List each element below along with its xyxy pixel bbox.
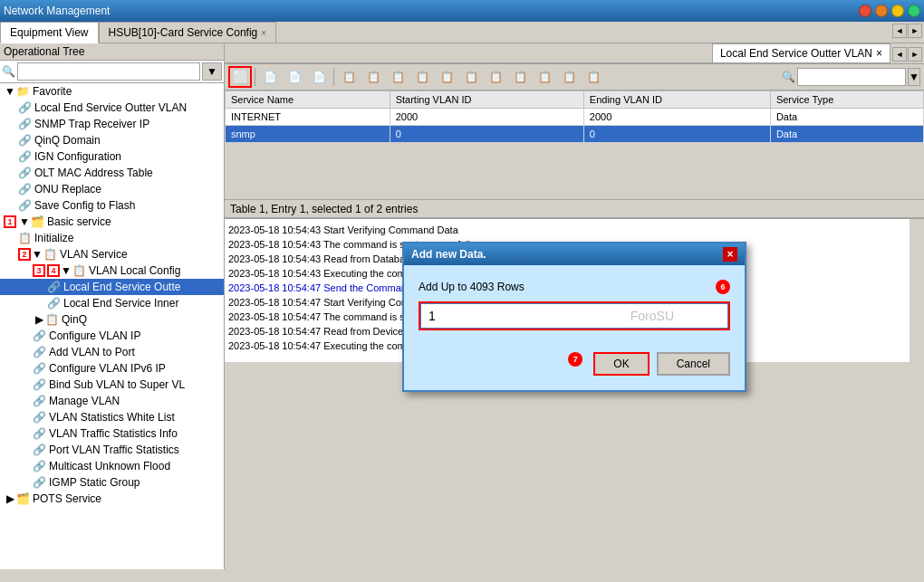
toolbar-btn-14[interactable]: 📋 <box>582 66 605 88</box>
add-data-dialog: Add new Data. × Add Up to 4093 Rows 6 Fo… <box>402 242 746 392</box>
window-titlebar: Network Management <box>0 0 924 22</box>
item-icon: 🔗 <box>33 411 46 424</box>
item-icon: 🔗 <box>33 444 46 456</box>
btn8-icon: 📋 <box>440 71 454 83</box>
tree-node-add-vlan[interactable]: 🔗 Add VLAN to Port <box>0 344 224 360</box>
expand-qinq[interactable]: ▶ <box>33 313 45 326</box>
tree-node-basic-service[interactable]: 1 ▼ 🗂️ Basic service <box>0 214 224 230</box>
tree-area: ▼ 📁 Favorite 🔗 Local End Service Outter … <box>0 83 224 569</box>
tree-node-bind-sub[interactable]: 🔗 Bind Sub VLAN to Super VL <box>0 377 224 393</box>
tab-card-close[interactable]: × <box>261 28 266 38</box>
tab-close[interactable]: × <box>876 47 882 60</box>
toolbar-btn-add[interactable]: ⬜ <box>228 66 252 88</box>
tree-node-vlan-service[interactable]: 2 ▼ 📋 VLAN Service <box>0 246 224 262</box>
minimize-ctrl[interactable] <box>875 5 888 17</box>
log-scrollbar[interactable] <box>910 219 924 362</box>
tab-nav-right[interactable]: ► <box>908 24 922 38</box>
tree-label-pots: POTS Service <box>33 492 101 505</box>
tree-node-manage-vlan[interactable]: 🔗 Manage VLAN <box>0 393 224 409</box>
tree-node-multicast[interactable]: 🔗 Multicast Unknown Flood <box>0 458 224 474</box>
main-tab-bar: Equipment View HSUB[10]-Card Service Con… <box>0 22 924 43</box>
tree-node-olt-mac[interactable]: 🔗 OLT MAC Address Table <box>0 165 224 181</box>
dialog-cancel-btn[interactable]: Cancel <box>657 352 730 376</box>
right-nav-right[interactable]: ► <box>908 47 922 62</box>
tree-node-igmp[interactable]: 🔗 IGMP Static Group <box>0 474 224 491</box>
toolbar-btn-6[interactable]: 📋 <box>386 66 409 88</box>
toolbar-btn-10[interactable]: 📋 <box>484 66 507 88</box>
tab-local-end-outter[interactable]: Local End Service Outter VLAN × <box>712 43 890 63</box>
table-row[interactable]: snmp 0 0 Data <box>226 126 924 143</box>
tree-node-ign[interactable]: 🔗 IGN Configuration <box>0 148 224 165</box>
tree-label: ONU Replace <box>34 183 101 196</box>
tree-node-local-inner[interactable]: 🔗 Local End Service Inner <box>0 295 224 311</box>
item-icon: 🔗 <box>33 395 46 407</box>
expand-vlan[interactable]: ▼ <box>31 248 43 261</box>
maximize-ctrl[interactable] <box>908 5 920 17</box>
tab-equipment-label: Equipment View <box>10 26 89 39</box>
col-ending-vlan: Ending VLAN ID <box>583 91 770 109</box>
toolbar-btn-9[interactable]: 📋 <box>459 66 483 88</box>
toolbar-btn-4[interactable]: 📋 <box>337 66 361 88</box>
tree-node-initialize[interactable]: 📋 Initialize <box>0 230 224 246</box>
dialog-close-btn[interactable]: × <box>723 247 737 262</box>
cell-type: Data <box>770 126 923 143</box>
btn1-icon: 📄 <box>264 71 277 83</box>
toolbar-btn-1[interactable]: 📄 <box>258 66 282 88</box>
right-nav-left[interactable]: ◄ <box>892 47 907 62</box>
tree-node-config-vlan-ipv6[interactable]: 🔗 Configure VLAN IPv6 IP <box>0 360 224 377</box>
toolbar-btn-7[interactable]: 📋 <box>410 66 434 88</box>
toolbar-btn-3[interactable]: 📄 <box>307 66 331 88</box>
dialog-rows-input[interactable] <box>420 303 728 329</box>
expand-pots[interactable]: ▶ <box>4 492 16 505</box>
tree-node-qinq-domain[interactable]: 🔗 QinQ Domain <box>0 132 224 148</box>
tree-node-snmp-trap[interactable]: 🔗 SNMP Trap Receiver IP <box>0 116 224 132</box>
cell-end: 2000 <box>583 109 770 126</box>
search-dropdown-btn[interactable]: ▼ <box>202 62 222 81</box>
dialog-badge-7: 7 <box>568 352 582 367</box>
window-controls <box>859 5 920 17</box>
tree-node-favorite[interactable]: ▼ 📁 Favorite <box>0 83 224 100</box>
content-search-input[interactable] <box>797 68 906 86</box>
toolbar-btn-8[interactable]: 📋 <box>435 66 458 88</box>
toolbar-btn-12[interactable]: 📋 <box>533 66 556 88</box>
tree-label: Bind Sub VLAN to Super VL <box>49 378 185 391</box>
btn7-icon: 📋 <box>416 71 429 83</box>
tab-equipment-view[interactable]: Equipment View <box>0 22 99 43</box>
tree-node-local-end-outter[interactable]: 🔗 Local End Service Outter VLAN <box>0 100 224 116</box>
expand-local[interactable]: ▼ <box>60 264 72 277</box>
tree-node-pots[interactable]: ▶ 🗂️ POTS Service <box>0 491 224 507</box>
tree-node-qinq[interactable]: ▶ 📋 QinQ <box>0 311 224 328</box>
tree-node-vlan-stats-white[interactable]: 🔗 VLAN Statistics White List <box>0 409 224 425</box>
tab-nav-left[interactable]: ◄ <box>892 24 907 38</box>
tree-search-input[interactable] <box>17 62 200 81</box>
expand-favorite[interactable]: ▼ <box>4 85 16 98</box>
tree-node-local-outter-sel[interactable]: 🔗 Local End Service Outte <box>0 279 224 295</box>
search-dropdown-content[interactable]: ▼ <box>908 68 920 86</box>
tab-card-service[interactable]: HSUB[10]-Card Service Config × <box>99 22 277 43</box>
toolbar-btn-11[interactable]: 📋 <box>508 66 532 88</box>
btn12-icon: 📋 <box>538 71 552 83</box>
item-icon: 🔗 <box>18 183 32 196</box>
dialog-title: Add new Data. <box>411 248 486 261</box>
toolbar-btn-13[interactable]: 📋 <box>557 66 581 88</box>
yellow-ctrl[interactable] <box>891 5 904 17</box>
toolbar-btn-5[interactable]: 📋 <box>361 66 385 88</box>
tree-node-config-vlan-ip[interactable]: 🔗 Configure VLAN IP <box>0 328 224 344</box>
tree-node-port-vlan[interactable]: 🔗 Port VLAN Traffic Statistics <box>0 442 224 458</box>
dialog-ok-btn[interactable]: OK <box>593 352 649 376</box>
tree-node-save-config[interactable]: 🔗 Save Config to Flash <box>0 197 224 214</box>
tree-node-vlan-traffic[interactable]: 🔗 VLAN Traffic Statistics Info <box>0 425 224 442</box>
item-icon: 🔗 <box>18 134 32 147</box>
tree-node-onu-replace[interactable]: 🔗 ONU Replace <box>0 181 224 197</box>
tree-node-vlan-local[interactable]: 3 4 ▼ 📋 VLAN Local Config <box>0 262 224 279</box>
close-ctrl[interactable] <box>859 5 871 17</box>
col-service-name: Service Name <box>226 91 390 109</box>
tree-label: Port VLAN Traffic Statistics <box>49 444 179 456</box>
table-row[interactable]: INTERNET 2000 2000 Data <box>226 109 924 126</box>
folder-icon: 🗂️ <box>31 215 44 228</box>
expand-basic[interactable]: ▼ <box>18 215 31 228</box>
cell-start: 0 <box>390 126 583 143</box>
item-icon: 🔗 <box>18 101 32 114</box>
toolbar-btn-2[interactable]: 📄 <box>283 66 306 88</box>
col-starting-vlan: Starting VLAN ID <box>390 91 583 109</box>
